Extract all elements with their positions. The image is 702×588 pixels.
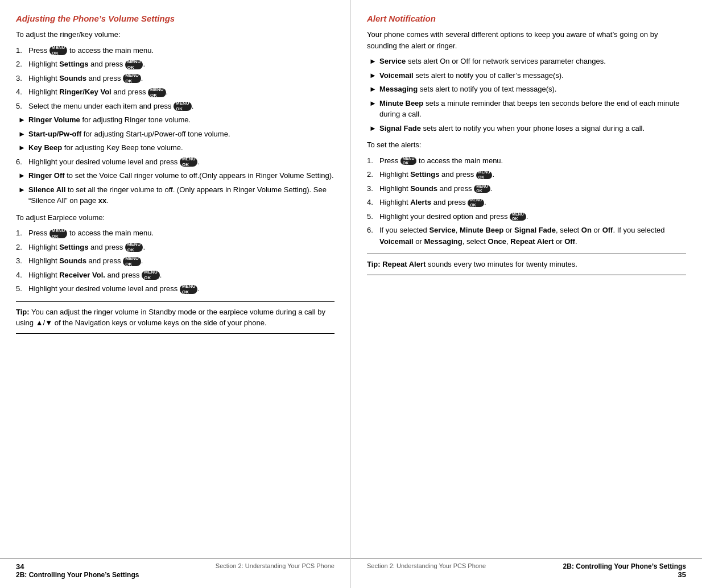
left-tip-box: Tip: You can adjust the ringer volume in… [16, 301, 335, 334]
left-step-3: 3. Highlight Sounds and press MENUOK. [16, 73, 335, 84]
left-footer-section: Section 2: Understanding Your PCS Phone [216, 562, 335, 569]
earpiece-step-5: 5. Highlight your desired volume level a… [16, 283, 335, 295]
right-footer-section: Section 2: Understanding Your PCS Phone [367, 562, 486, 569]
left-intro: To adjust the ringer/key volume: [16, 29, 335, 40]
right-chapter: 2B: Controlling Your Phone’s Settings [563, 562, 686, 570]
menu-btn-a2: MENUOK [476, 171, 493, 179]
alert-step-2: 2. Highlight Settings and press MENUOK. [367, 169, 686, 180]
menu-btn-1: MENUOK [49, 46, 68, 55]
left-step-6: 6. Highlight your desired volume level a… [16, 156, 335, 168]
right-footer: Section 2: Understanding Your PCS Phone … [351, 558, 702, 579]
left-step-1: 1. Press MENUOK to access the main menu. [16, 45, 335, 56]
bullet-key-beep: ► Key Beep for adjusting Key Beep tone v… [18, 142, 335, 154]
bullet-ringer-volume: ► Ringer Volume for adjusting Ringer ton… [18, 114, 335, 126]
bullet-startup-pwoff: ► Start-up/Pw-off for adjusting Start-up… [18, 129, 335, 140]
left-step-2: 2. Highlight Settings and press MENUOK. [16, 59, 335, 70]
right-tip-label: Tip: [367, 260, 381, 268]
menu-btn-a1: MENUOK [400, 157, 417, 165]
page-container: Adjusting the Phone’s Volume Settings To… [0, 0, 702, 588]
earpiece-intro: To adjust Earpiece volume: [16, 212, 335, 223]
left-chapter: 2B: Controlling Your Phone’s Settings [16, 571, 139, 579]
right-page-number: 35 [563, 570, 686, 579]
left-step-5: 5. Select the menu under each item and p… [16, 101, 335, 112]
alert-step-3: 3. Highlight Sounds and press MENUOK. [367, 183, 686, 194]
earpiece-step-2: 2. Highlight Settings and press MENUOK. [16, 242, 335, 253]
menu-btn-2: MENUOK [125, 60, 143, 69]
menu-btn-5: MENUOK [174, 102, 192, 111]
bullet-signal-fade: ► Signal Fade sets alert to notify you w… [369, 123, 686, 134]
left-page-number: 34 [16, 562, 139, 571]
menu-btn-e1: MENUOK [49, 229, 68, 238]
alert-step-1: 1. Press MENUOK to access the main menu. [367, 155, 686, 167]
menu-btn-a4: MENUOK [468, 199, 484, 207]
right-tip-box: Tip: Repeat Alert sounds every two minut… [367, 254, 686, 275]
alert-step-6: 6. If you selected Service, Minute Beep … [367, 225, 686, 247]
menu-btn-e5: MENUOK [180, 285, 198, 294]
bullet-ringer-off: ► Ringer Off to set the Voice Call ringe… [18, 170, 335, 181]
alert-step-5: 5. Highlight your desired option and pre… [367, 211, 686, 222]
menu-btn-a5: MENUOK [510, 213, 526, 221]
left-footer: 34 2B: Controlling Your Phone’s Settings… [0, 558, 350, 579]
bullet-voicemail: ► Voicemail sets alert to notify you of … [369, 70, 686, 81]
menu-btn-3: MENUOK [123, 74, 141, 83]
alert-step-4: 4. Highlight Alerts and press MENUOK. [367, 197, 686, 208]
bullet-service: ► Service sets alert On or Off for netwo… [369, 56, 686, 67]
set-alerts-intro: To set the alerts: [367, 139, 686, 151]
menu-btn-6: MENUOK [180, 158, 198, 167]
bullet-silence-all: ► Silence All to set all the ringer volu… [18, 184, 335, 206]
right-section-title: Alert Notification [367, 14, 686, 23]
menu-btn-e3: MENUOK [123, 257, 141, 266]
earpiece-step-1: 1. Press MENUOK to access the main menu. [16, 227, 335, 239]
left-section-title: Adjusting the Phone’s Volume Settings [16, 14, 335, 23]
menu-btn-4: MENUOK [148, 88, 166, 97]
bullet-messaging: ► Messaging sets alert to notify you of … [369, 84, 686, 95]
earpiece-step-3: 3. Highlight Sounds and press MENUOK. [16, 255, 335, 267]
right-page: Alert Notification Your phone comes with… [351, 0, 702, 588]
left-tip-label: Tip: [16, 308, 30, 316]
menu-btn-a3: MENUOK [474, 185, 490, 193]
left-page: Adjusting the Phone’s Volume Settings To… [0, 0, 351, 588]
left-tip-text: You can adjust the ringer volume in Stan… [16, 308, 325, 328]
left-step-4: 4. Highlight Ringer/Key Vol and press ME… [16, 86, 335, 98]
earpiece-step-4: 4. Highlight Receiver Vol. and press MEN… [16, 270, 335, 281]
menu-btn-e4: MENUOK [142, 271, 160, 280]
bullet-minute-beep: ► Minute Beep sets a minute reminder tha… [369, 98, 686, 120]
menu-btn-e2: MENUOK [125, 243, 143, 252]
right-intro: Your phone comes with several different … [367, 29, 686, 51]
